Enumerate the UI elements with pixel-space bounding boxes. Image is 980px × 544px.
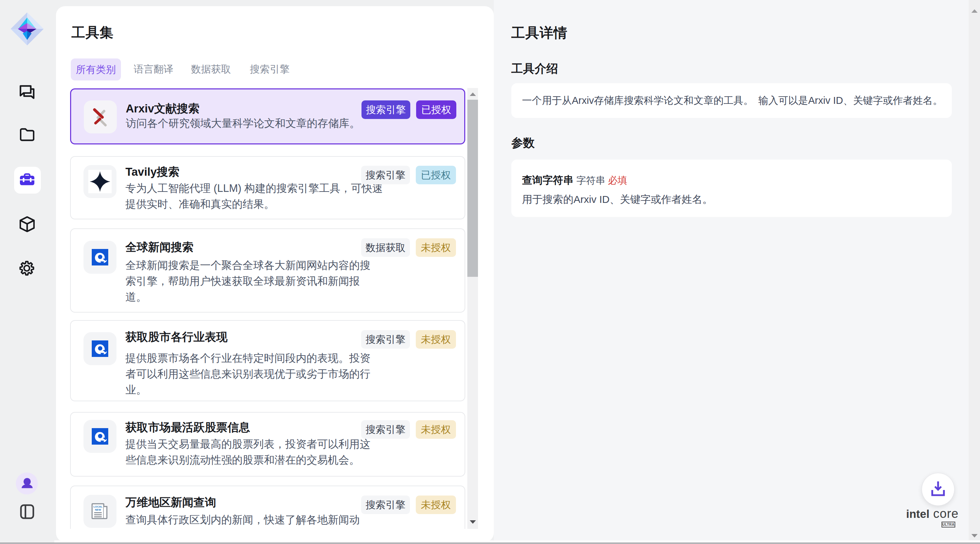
svg-text:NEW: NEW (95, 508, 101, 511)
svg-text:LOCAL: LOCAL (94, 505, 103, 508)
